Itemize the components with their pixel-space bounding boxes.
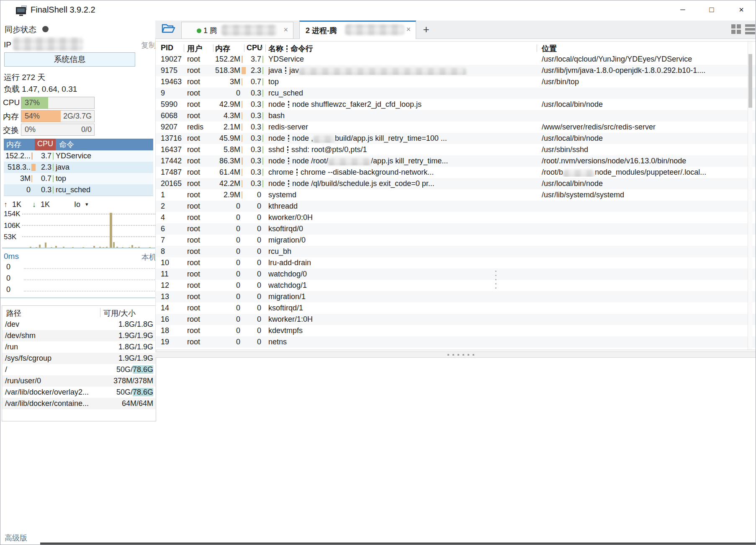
disk-row[interactable]: /run/user/0378M/378M (2, 375, 156, 387)
mini-header-cmd[interactable]: 命令 (59, 139, 74, 150)
tab-session-1[interactable]: 1 腾 × (181, 22, 293, 39)
mini-proc-row[interactable]: 00.3rcu_sched (4, 184, 153, 196)
command-blurred (328, 158, 371, 165)
process-row[interactable]: 11root00watchdog/0 (156, 269, 756, 280)
disk-row[interactable]: /run1.8G/1.9G (2, 341, 156, 353)
disk-value: 50G/78.6G (116, 365, 153, 374)
maximize-icon[interactable]: □ (700, 0, 723, 19)
mem-cell: 42.9M (205, 100, 240, 109)
disk-row[interactable]: /sys/fs/cgroup1.9G/1.9G (2, 353, 156, 364)
process-row[interactable]: 13root00migration/1 (156, 291, 756, 302)
chevron-down-icon[interactable]: ▾ (85, 201, 88, 207)
header-mem[interactable]: 内存 (215, 44, 230, 54)
user-cell: root (187, 270, 200, 279)
close-icon[interactable]: × (730, 0, 753, 19)
process-row[interactable]: 6root00ksoftirqd/0 (156, 223, 756, 235)
process-name: sshd (268, 145, 284, 154)
process-row[interactable]: 9207redis2.1M0.3redis-server/www/server/… (156, 121, 756, 133)
user-cell: root (187, 326, 200, 335)
mem-usage-bar (242, 146, 242, 153)
user-cell: root (187, 202, 200, 211)
process-row[interactable]: 12root00watchdog/1 (156, 280, 756, 291)
disk-header-size[interactable]: 可用/大小 (103, 308, 136, 318)
name-cmd-cell: sshdsshd: root@pts/0,pts/1 (268, 145, 536, 154)
command-blurred (313, 136, 335, 143)
ping-host-label[interactable]: 本机 (141, 252, 157, 262)
disk-row[interactable]: /dev1.8G/1.8G (2, 319, 156, 330)
process-row[interactable]: 10root00lru-add-drain (156, 257, 756, 269)
process-row[interactable]: 14root00ksoftirqd/1 (156, 302, 756, 314)
tab-close-icon[interactable]: × (406, 25, 411, 34)
minimize-icon[interactable]: ─ (671, 0, 694, 19)
copy-button[interactable]: 复制 (141, 40, 156, 50)
process-row[interactable]: 20root00khungtaskd (156, 348, 756, 350)
process-row[interactable]: 16437root5.8M0.3sshdsshd: root@pts/0,pts… (156, 144, 756, 155)
process-row[interactable]: 13716root45.9M0.3nodenode ,build/app.js … (156, 133, 756, 144)
system-info-button[interactable]: 系统信息 (4, 52, 135, 67)
mini-header-mem[interactable]: 内存 (6, 139, 21, 150)
process-row[interactable]: 19027root152.2M3.7YDService/usr/local/qc… (156, 54, 756, 65)
process-row[interactable]: 18root00kdevtmpfs (156, 325, 756, 336)
ping-value: 0 (6, 263, 10, 271)
process-row[interactable]: 1root2.9M0systemd/usr/lib/systemd/system… (156, 189, 756, 201)
tab-process-view[interactable]: 2 进程-腾 × (299, 21, 416, 39)
process-row[interactable]: 5990root42.9M0.3nodenode shufflewzc_fake… (156, 99, 756, 110)
header-user[interactable]: 用户 (187, 44, 202, 54)
disk-table-header[interactable]: 路径 可用/大小 (2, 306, 156, 319)
io-dropdown[interactable]: Io (74, 200, 80, 209)
process-row[interactable]: 20165root42.2M0.3nodenode /ql/build/sche… (156, 178, 756, 189)
disk-table: 路径 可用/大小 /dev1.8G/1.8G/dev/shm1.9G/1.9G/… (2, 305, 156, 421)
process-row[interactable]: 17487root61.4M0.3chromechrome --disable-… (156, 167, 756, 178)
scrollbar-thumb[interactable] (748, 54, 752, 108)
mem-cell: 0 (4, 186, 31, 194)
horizontal-splitter[interactable] (155, 351, 756, 358)
disk-header-path[interactable]: 路径 (6, 308, 21, 318)
disk-row[interactable]: /dev/shm1.9G/1.9G (2, 330, 156, 341)
tab-close-icon[interactable]: × (283, 26, 288, 34)
user-cell: root (187, 89, 200, 98)
vertical-scrollbar[interactable] (748, 41, 752, 350)
cpu-usage-bar (262, 146, 263, 153)
mem-cell: 0 (205, 292, 240, 301)
process-row[interactable]: 6068root4.3M0.3bash (156, 110, 756, 121)
process-row[interactable]: 9root00.3rcu_sched (156, 88, 756, 99)
mem-cell: 0 (205, 281, 240, 290)
process-row[interactable]: 19root00netns (156, 336, 756, 348)
network-io-chart (0, 210, 159, 248)
grid-view-icon[interactable] (731, 24, 741, 34)
title-bar: FinalShell 3.9.2.2 ─ □ × (0, 0, 756, 21)
disk-row[interactable]: /50G/78.6G (2, 364, 156, 375)
sort-descending-icon[interactable]: ▼ (259, 45, 264, 51)
process-row[interactable]: 9175root518.3M2.3javajav/usr/lib/jvm/jav… (156, 65, 756, 76)
header-location[interactable]: 位置 (542, 44, 557, 54)
mini-proc-row[interactable]: 3M0.7top (4, 173, 153, 184)
new-tab-button[interactable]: + (420, 22, 432, 36)
cpu-usage-bar (262, 112, 263, 119)
edition-label[interactable]: 高级版 (5, 533, 27, 543)
process-name: node (268, 157, 285, 165)
header-name-cmd[interactable]: 名称命令行 (268, 44, 313, 54)
upload-rate: 1K (12, 200, 21, 209)
name-cmd-cell: kdevtmpfs (268, 326, 536, 335)
pid-cell: 6 (161, 225, 165, 233)
mini-header-cpu[interactable]: CPU (35, 139, 56, 150)
process-row[interactable]: 16root00kworker/1:0H (156, 314, 756, 325)
disk-row[interactable]: /var/lib/docker/overlay2...50G/78.6G (2, 387, 156, 398)
process-row[interactable]: 8root00rcu_bh (156, 246, 756, 257)
mem-cell: 0 (205, 202, 240, 211)
command-text: node shufflewzc_faker2_jd_cfd_loop.js (292, 100, 422, 108)
header-pid[interactable]: PID (161, 44, 173, 52)
mini-proc-row[interactable]: 518.3..2.3java (4, 162, 153, 173)
list-view-icon[interactable] (745, 24, 755, 34)
process-row[interactable]: 7root00migration/0 (156, 235, 756, 246)
process-row[interactable]: 4root00kworker/0:0H (156, 212, 756, 223)
process-row[interactable]: 17442root86.3M0.3nodenode /root//app.js … (156, 155, 756, 167)
mini-process-header[interactable]: 内存 CPU 命令 (4, 139, 153, 150)
cpu-cell: 0.3 (245, 145, 261, 154)
process-row[interactable]: 19463root3M0.7top/usr/bin/top (156, 76, 756, 88)
mem-cell: 0 (205, 258, 240, 267)
mini-proc-row[interactable]: 152.2...3.7YDService (4, 150, 153, 162)
disk-row[interactable]: /var/lib/docker/containe...64M/64M (2, 398, 156, 409)
process-row[interactable]: 2root00kthreadd (156, 201, 756, 212)
open-folder-icon[interactable] (159, 22, 178, 37)
